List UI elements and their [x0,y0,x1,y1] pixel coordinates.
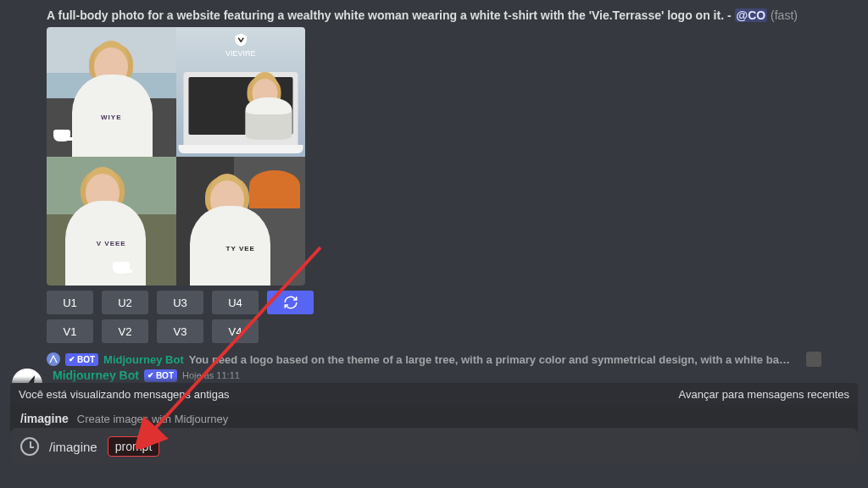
grid-image-4[interactable]: TY VEE [176,157,306,286]
upscale-4-button[interactable]: U4 [212,291,259,314]
clock-icon [20,437,39,456]
prompt-line: A full-body photo for a website featurin… [0,0,868,27]
grid-image-2[interactable]: VIEVIRE [176,27,306,157]
upscale-3-button[interactable]: U3 [157,291,203,314]
reroll-button[interactable] [267,291,314,314]
message-input[interactable]: /imagine prompt [10,428,858,465]
reply-preview-text: You need a logo based on the theme of a … [189,353,796,366]
old-messages-banner: Você está visualizando mensagens antigas… [10,383,858,406]
brand-badge: VIEVIRE [225,32,256,58]
prompt-text: A full-body photo for a website featurin… [47,8,724,22]
variation-2-button[interactable]: V2 [102,319,148,343]
generated-image-grid[interactable]: WIYE VIEVIRE [47,27,305,286]
upscale-1-button[interactable]: U1 [47,291,93,314]
variation-1-button[interactable]: V1 [47,319,93,343]
grid-image-1[interactable]: WIYE [47,27,176,157]
reply-thumbnail-icon [806,352,821,367]
bot-badge: ✔BOT [65,353,98,366]
jump-to-recent-button[interactable]: Avançar para mensagens recentes [679,388,849,401]
variation-4-button[interactable]: V4 [212,319,259,343]
suggestion-description: Create images with Midjourney [77,413,228,425]
reply-reference[interactable]: ✔BOT Midjourney Bot You need a logo base… [0,343,868,367]
grid-image-3[interactable]: V VEEE [47,157,176,286]
user-mention[interactable]: @CO [735,8,768,22]
speed-tag: (fast) [771,8,798,22]
reply-username: Midjourney Bot [103,353,184,366]
upscale-2-button[interactable]: U2 [102,291,148,314]
prompt-argument-pill[interactable]: prompt [108,436,160,457]
action-buttons: U1 U2 U3 U4 V1 V2 V3 V4 [47,291,868,343]
reroll-icon [283,295,298,310]
suggestion-command: /imagine [20,412,69,425]
banner-text-left: Você está visualizando mensagens antigas [19,388,230,401]
variation-3-button[interactable]: V3 [157,319,203,343]
input-command: /imagine [49,440,97,454]
reply-avatar-icon [47,352,60,366]
